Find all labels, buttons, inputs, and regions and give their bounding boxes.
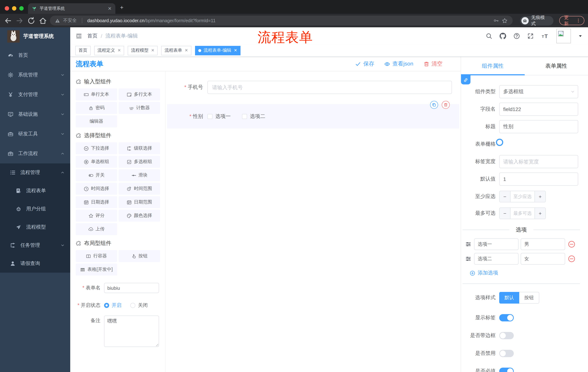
palette-item-颜色选择[interactable]: 颜色选择	[119, 210, 160, 222]
search-icon[interactable]	[486, 32, 492, 39]
toggle-switch[interactable]	[499, 314, 514, 321]
remove-option-icon[interactable]	[568, 241, 575, 248]
title-input[interactable]	[499, 120, 578, 133]
tag-流程定义[interactable]: 流程定义✕	[94, 46, 124, 55]
palette-item-时间范围[interactable]: 时间范围	[119, 183, 160, 195]
duplicate-field-button[interactable]	[430, 101, 438, 109]
option-style-按钮[interactable]: 按钮	[519, 292, 539, 304]
drag-handle-icon[interactable]	[465, 241, 471, 247]
palette-item-级联选择[interactable]: 级联选择	[119, 142, 160, 154]
tag-close-icon[interactable]: ✕	[234, 48, 237, 53]
palette-item-滑块[interactable]: 滑块	[119, 169, 160, 181]
close-window-button[interactable]	[5, 6, 9, 11]
avatar[interactable]	[556, 29, 571, 43]
palette-item-评分[interactable]: 评分	[76, 210, 117, 222]
add-option-button[interactable]: 添加选项	[470, 270, 581, 276]
field-name-input[interactable]	[499, 103, 578, 116]
delete-field-button[interactable]	[442, 101, 450, 109]
gender-option-选项一[interactable]: 选项一	[207, 113, 231, 120]
checkbox-unchecked-icon[interactable]	[242, 114, 247, 119]
toggle-switch[interactable]	[499, 350, 514, 357]
sidebar-logo[interactable]: 芋道管理系统	[0, 27, 70, 45]
tab-component-props[interactable]: 组件属性	[461, 57, 525, 75]
increment-button[interactable]: +	[535, 208, 546, 219]
hamburger-icon[interactable]	[76, 32, 82, 39]
canvas-field-phone[interactable]: 手机号	[166, 81, 461, 94]
browser-tab[interactable]: 芋道管理系统 ✕	[28, 3, 115, 14]
forward-icon[interactable]	[15, 16, 24, 25]
default-value-input[interactable]	[499, 172, 578, 186]
tab-close-icon[interactable]: ✕	[108, 6, 112, 11]
gender-option-选项二[interactable]: 选项二	[242, 113, 265, 120]
view-json-button[interactable]: 查看json	[384, 60, 413, 67]
checkbox-unchecked-icon[interactable]	[207, 114, 212, 119]
drag-handle-icon[interactable]	[465, 256, 471, 262]
palette-item-日期范围[interactable]: 日期范围	[119, 196, 160, 208]
component-type-select[interactable]	[499, 85, 578, 98]
min-select-value[interactable]: 至少应选	[511, 191, 535, 202]
tag-首页[interactable]: 首页	[75, 46, 91, 55]
tab-form-props[interactable]: 表单属性	[525, 57, 588, 75]
increment-button[interactable]: +	[535, 191, 546, 202]
palette-item-多选框组[interactable]: 多选框组	[119, 156, 160, 168]
palette-item-单选框组[interactable]: 单选框组	[76, 156, 117, 168]
kebab-menu-icon[interactable]	[576, 18, 581, 23]
palette-item-行容器[interactable]: 行容器	[76, 250, 117, 262]
option-style-默认[interactable]: 默认	[499, 292, 519, 304]
palette-item-计数器[interactable]: 123计数器	[119, 102, 160, 114]
sidebar-item-工作流程[interactable]: 工作流程	[0, 144, 70, 163]
palette-item-时间选择[interactable]: 时间选择	[76, 183, 117, 195]
palette-item-表格[开发中][interactable]: 表格[开发中]	[76, 264, 117, 276]
sidebar-item-用户分组[interactable]: 用户分组	[0, 200, 70, 218]
fullscreen-icon[interactable]	[527, 32, 534, 39]
back-icon[interactable]	[4, 16, 12, 25]
option-label-input[interactable]	[474, 253, 518, 265]
decrement-button[interactable]: −	[500, 208, 511, 219]
status-radio-on[interactable]: 开启	[104, 302, 122, 309]
clear-button[interactable]: 清空	[423, 60, 442, 67]
save-button[interactable]: 保存	[355, 60, 374, 67]
new-tab-button[interactable]: +	[120, 5, 124, 11]
option-value-input[interactable]	[521, 253, 565, 265]
update-browser-button[interactable]: 更新	[559, 16, 584, 25]
sidebar-item-流程表单[interactable]: 流程表单	[0, 182, 70, 200]
bookmark-star-icon[interactable]	[502, 18, 508, 23]
tag-close-icon[interactable]: ✕	[151, 48, 154, 53]
tag-close-icon[interactable]: ✕	[117, 48, 121, 53]
toggle-switch[interactable]	[499, 368, 514, 372]
status-radio-off[interactable]: 关闭	[130, 302, 148, 309]
canvas-field-gender-selected[interactable]: 性别 选项一选项二	[167, 104, 459, 128]
option-label-input[interactable]	[474, 238, 518, 250]
tag-流程表单[interactable]: 流程表单✕	[161, 46, 191, 55]
label-width-input[interactable]	[499, 155, 578, 168]
url-bar[interactable]: 不安全 dashboard.yudao.iocoder.cn/bpm/manag…	[50, 16, 513, 25]
decrement-button[interactable]: −	[500, 191, 511, 202]
palette-item-日期选择[interactable]: 日期选择	[76, 196, 117, 208]
palette-item-密码[interactable]: 密码	[76, 102, 117, 114]
slider-handle[interactable]	[496, 139, 503, 146]
sidebar-item-首页[interactable]: 首页	[0, 45, 70, 65]
palette-item-单行文本[interactable]: 单行文本	[76, 88, 117, 100]
tag-流程表单-编辑[interactable]: 流程表单-编辑✕	[195, 46, 240, 55]
palette-item-开关[interactable]: 开关	[76, 169, 117, 181]
remove-option-icon[interactable]	[568, 255, 575, 262]
palette-item-多行文本[interactable]: 多行文本	[119, 88, 160, 100]
maximize-window-button[interactable]	[19, 6, 24, 11]
palette-item-编辑器[interactable]: 编辑器	[76, 115, 117, 128]
tag-close-icon[interactable]: ✕	[185, 48, 188, 53]
help-icon[interactable]	[514, 32, 520, 39]
collapse-panel-handle[interactable]	[461, 75, 471, 85]
tag-流程模型[interactable]: 流程模型✕	[128, 46, 158, 55]
reload-icon[interactable]	[27, 16, 35, 25]
sidebar-item-支付管理[interactable]: 支付管理	[0, 85, 70, 105]
font-size-icon[interactable]: TT	[541, 32, 549, 39]
form-remark-textarea[interactable]: 嘿嘿	[104, 316, 159, 347]
sidebar-item-流程管理[interactable]: 流程管理	[0, 163, 70, 182]
sidebar-item-系统管理[interactable]: 系统管理	[0, 65, 70, 85]
minimize-window-button[interactable]	[12, 6, 16, 11]
sidebar-item-请假查询[interactable]: 请假查询	[0, 255, 70, 273]
key-icon[interactable]	[494, 18, 499, 23]
window-controls[interactable]	[5, 6, 24, 11]
option-value-input[interactable]	[521, 238, 565, 250]
github-icon[interactable]	[500, 32, 506, 39]
